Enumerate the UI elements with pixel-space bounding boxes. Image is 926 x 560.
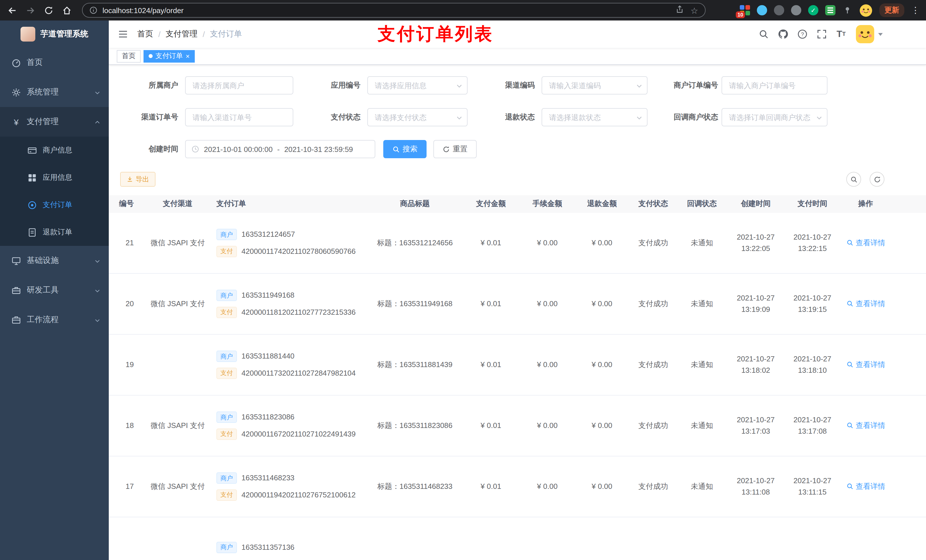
cell-pay-status: 支付成功 xyxy=(629,298,677,309)
gray-extension-icon[interactable] xyxy=(774,5,784,15)
logo-avatar xyxy=(21,27,35,42)
gray-extension-icon-2[interactable] xyxy=(791,5,801,15)
toggle-search-button[interactable] xyxy=(846,172,861,187)
site-info-icon[interactable] xyxy=(89,6,97,14)
avatar[interactable] xyxy=(855,24,875,44)
view-detail-link[interactable]: 查看详情 xyxy=(840,298,891,309)
filter-label: 渠道编码 xyxy=(494,80,542,91)
notify-status-select[interactable] xyxy=(722,108,828,126)
channel-order-no-input[interactable] xyxy=(185,108,293,126)
cell-pay-amount: ¥ 0.01 xyxy=(462,420,520,432)
pin-extension-icon[interactable] xyxy=(842,5,853,15)
extensions-grid-icon[interactable]: 10 xyxy=(740,5,750,15)
bookmark-star-icon[interactable]: ☆ xyxy=(690,6,698,15)
col-pay-amount: 支付金额 xyxy=(462,198,520,210)
reset-button[interactable]: 重置 xyxy=(433,140,477,158)
col-id: 编号 xyxy=(109,198,139,210)
profile-avatar-icon[interactable] xyxy=(859,4,873,17)
cell-order-id: 18 xyxy=(109,420,139,432)
create-time-range-picker[interactable]: 2021-10-01 00:00:00 - 2021-10-31 23:59:5… xyxy=(185,140,375,158)
cell-pay-order: 商户1635311949168 支付4200001181202110277723… xyxy=(216,290,368,318)
table-row: 19 商户1635311881440 支付4200001173202110272… xyxy=(109,335,926,395)
blue-drop-extension-icon[interactable] xyxy=(757,5,767,15)
sidebar-toggle-icon[interactable] xyxy=(118,29,128,39)
sidebar-item-payment[interactable]: ¥ 支付管理 xyxy=(0,107,109,137)
search-button[interactable]: 搜索 xyxy=(383,140,427,158)
tab-home[interactable]: 首页 xyxy=(117,50,141,62)
table-toolbar: 导出 xyxy=(109,172,926,187)
merchant-tag: 商户 xyxy=(216,542,237,553)
cell-create-time: 2021-10-2713:19:09 xyxy=(727,293,785,315)
url-text: localhost:1024/pay/order xyxy=(103,6,675,15)
cell-fee-amount: ¥ 0.00 xyxy=(520,237,575,249)
search-icon[interactable] xyxy=(758,29,769,39)
merchant-order-no-input[interactable] xyxy=(722,76,828,95)
sidebar-item-home[interactable]: 首页 xyxy=(0,48,109,77)
cell-fee-amount: ¥ 0.00 xyxy=(520,359,575,370)
browser-update-button[interactable]: 更新 xyxy=(879,3,904,17)
cell-pay-time: 2021-10-2713:19:15 xyxy=(785,293,840,315)
browser-home-button[interactable] xyxy=(62,5,72,15)
export-button[interactable]: 导出 xyxy=(120,172,156,187)
chat-extension-icon[interactable] xyxy=(825,5,835,15)
cell-pay-status: 支付成功 xyxy=(629,420,677,432)
filter-label: 回调商户状态 xyxy=(674,112,722,122)
sidebar-item-system[interactable]: 系统管理 xyxy=(0,77,109,107)
user-menu[interactable] xyxy=(855,24,883,44)
sidebar-item-dev-tools[interactable]: 研发工具 xyxy=(0,275,109,305)
monitor-icon xyxy=(11,256,21,266)
cell-pay-amount: ¥ 0.01 xyxy=(462,237,520,249)
browser-refresh-button[interactable] xyxy=(43,5,53,15)
close-icon[interactable]: × xyxy=(186,53,190,59)
sidebar-item-infrastructure[interactable]: 基础设施 xyxy=(0,246,109,275)
breadcrumb-separator: / xyxy=(203,30,205,39)
address-bar[interactable]: localhost:1024/pay/order ☆ xyxy=(82,3,706,18)
tab-pay-order[interactable]: 支付订单 × xyxy=(144,50,195,62)
help-icon[interactable]: ? xyxy=(797,29,808,39)
date-separator: - xyxy=(277,145,280,153)
clock-icon xyxy=(191,145,199,153)
pay-status-select[interactable] xyxy=(367,108,468,126)
view-detail-link[interactable]: 查看详情 xyxy=(840,359,891,370)
cell-pay-status: 支付成功 xyxy=(629,237,677,249)
view-detail-link[interactable]: 查看详情 xyxy=(840,481,891,492)
sidebar-item-refund-order[interactable]: 退款订单 xyxy=(0,219,109,246)
font-size-icon[interactable]: TT xyxy=(836,29,846,39)
pay-tag: 支付 xyxy=(216,306,237,318)
github-icon[interactable] xyxy=(778,29,788,39)
breadcrumb-section[interactable]: 支付管理 xyxy=(166,29,198,39)
cell-order-id: 19 xyxy=(109,359,139,370)
sidebar-item-merchant-info[interactable]: 商户信息 xyxy=(0,137,109,164)
refresh-table-button[interactable] xyxy=(870,172,884,187)
view-detail-link[interactable]: 查看详情 xyxy=(840,420,891,432)
sidebar-item-label: 支付订单 xyxy=(43,200,72,210)
merchant-tag: 商户 xyxy=(216,290,237,301)
col-pay-order: 支付订单 xyxy=(216,198,368,210)
merchant-select[interactable] xyxy=(185,76,293,95)
channel-code-select[interactable] xyxy=(542,76,648,95)
browser-menu-icon[interactable]: ⋮ xyxy=(911,5,919,15)
browser-back-button[interactable] xyxy=(7,5,17,15)
browser-forward-button[interactable] xyxy=(25,5,35,15)
vue-devtools-icon[interactable]: ✓ xyxy=(808,5,819,15)
sidebar-item-pay-order[interactable]: 支付订单 xyxy=(0,191,109,219)
sidebar-item-app-info[interactable]: 应用信息 xyxy=(0,164,109,191)
breadcrumb-home[interactable]: 首页 xyxy=(137,29,153,39)
page-content: 所属商户 应用编号 渠道编码 xyxy=(109,65,926,560)
sidebar-item-workflow[interactable]: 工作流程 xyxy=(0,305,109,335)
table-row: 20 微信 JSAPI 支付 商户1635311949168 支付4200001… xyxy=(109,274,926,335)
cell-create-time: 2021-10-2713:17:03 xyxy=(727,414,785,437)
view-detail-link[interactable]: 查看详情 xyxy=(840,237,891,249)
share-icon[interactable] xyxy=(675,5,684,16)
cell-pay-channel: 微信 JSAPI 支付 xyxy=(139,298,216,309)
app-select[interactable] xyxy=(367,76,468,95)
date-start-value: 2021-10-01 00:00:00 xyxy=(204,145,272,153)
sidebar-item-label: 工作流程 xyxy=(27,315,59,325)
col-fee: 手续金额 xyxy=(520,198,575,210)
app-header: 首页 / 支付管理 / 支付订单 支付订单列表 ? xyxy=(109,21,926,48)
refund-status-select[interactable] xyxy=(542,108,648,126)
active-dot xyxy=(149,54,153,58)
sidebar-item-label: 应用信息 xyxy=(43,172,72,183)
col-title: 商品标题 xyxy=(368,198,462,210)
fullscreen-icon[interactable] xyxy=(817,29,827,39)
